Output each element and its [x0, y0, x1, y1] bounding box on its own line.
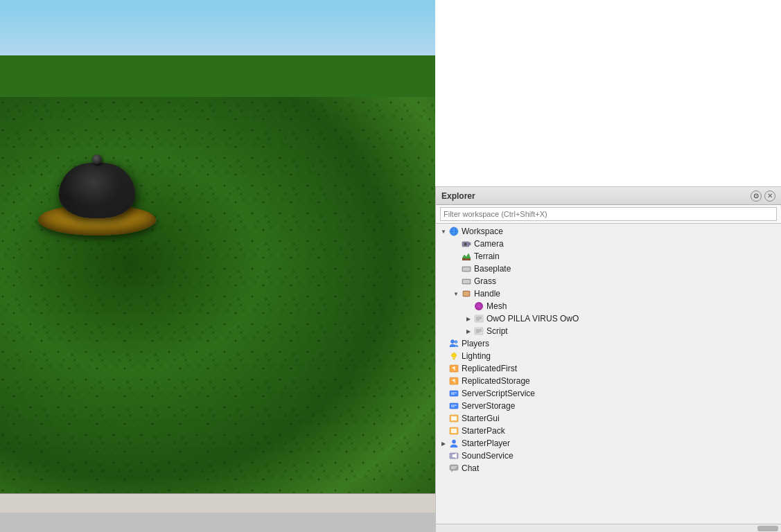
serverstorage-expand-arrow	[439, 401, 448, 411]
replicatedfirst-label: ReplicatedFirst	[462, 364, 517, 373]
svg-rect-49	[450, 465, 458, 470]
starterplayer-icon	[448, 438, 459, 449]
tree-item-baseplate[interactable]: Baseplate	[436, 263, 781, 275]
tree-item-mesh[interactable]: Mesh	[436, 300, 781, 312]
handle-icon	[461, 288, 472, 299]
terrain-label: Terrain	[474, 251, 500, 261]
replicatedstorage-label: ReplicatedStorage	[462, 376, 530, 386]
svg-line-30	[452, 353, 453, 354]
tree-item-chat[interactable]: Chat	[436, 462, 781, 475]
script-label: Script	[486, 326, 508, 336]
svg-marker-6	[469, 242, 471, 245]
tree-item-script[interactable]: Script	[436, 325, 781, 337]
chat-icon	[448, 463, 459, 474]
camera-expand-arrow	[451, 239, 461, 249]
serverscriptservice-icon	[448, 388, 459, 399]
terrain-expand-arrow	[451, 251, 461, 261]
svg-point-47	[453, 440, 456, 443]
bottom-scrollbar[interactable]	[436, 524, 781, 532]
lighting-icon	[448, 351, 459, 362]
svg-line-31	[456, 357, 457, 358]
close-button[interactable]: ✕	[764, 190, 775, 202]
explorer-controls: ⊙ ✕	[751, 190, 775, 202]
starterplayer-label: StarterPlayer	[462, 438, 510, 448]
viewport[interactable]	[0, 0, 435, 513]
close-icon: ✕	[767, 192, 773, 200]
grass-label: Grass	[474, 276, 496, 286]
replicatedstorage-expand-arrow	[439, 376, 448, 386]
explorer-title: Explorer	[441, 191, 475, 201]
grass-expand-arrow	[451, 276, 461, 286]
replicatedfirst-icon	[448, 363, 459, 374]
tree-item-startergui[interactable]: StarterGui	[436, 412, 781, 425]
mesh-icon	[473, 301, 484, 312]
tree-item-serverscriptservice[interactable]: ServerScriptService	[436, 387, 781, 400]
svg-point-8	[465, 244, 466, 245]
tree-item-lighting[interactable]: Lighting	[436, 350, 781, 362]
chat-expand-arrow	[439, 463, 448, 473]
workspace-label: Workspace	[462, 227, 503, 236]
serverstorage-icon	[448, 400, 459, 411]
players-label: Players	[462, 339, 489, 348]
svg-rect-10	[463, 267, 470, 271]
svg-point-25	[452, 353, 456, 357]
baseplate-expand-arrow	[451, 264, 461, 274]
mesh-label: Mesh	[486, 301, 507, 311]
pin-button[interactable]: ⊙	[751, 190, 762, 202]
tree-item-replicatedfirst[interactable]: ReplicatedFirst	[436, 362, 781, 375]
baseplate-icon	[461, 263, 472, 274]
svg-rect-46	[451, 429, 457, 433]
svg-rect-37	[450, 391, 458, 396]
starterpack-label: StarterPack	[462, 426, 505, 436]
tree-item-terrain[interactable]: Terrain	[436, 250, 781, 263]
camera-icon	[461, 238, 472, 249]
players-expand-arrow	[439, 339, 448, 348]
startergui-icon	[448, 413, 459, 424]
svg-rect-40	[450, 403, 458, 409]
properties-area	[435, 0, 781, 187]
owopilla-expand-arrow[interactable]	[464, 314, 473, 323]
tree-item-starterpack[interactable]: StarterPack	[436, 425, 781, 437]
search-input[interactable]	[440, 207, 777, 221]
workspace-icon	[448, 226, 459, 237]
tree-item-grass[interactable]: Grass	[436, 275, 781, 287]
serverscriptservice-label: ServerScriptService	[462, 389, 535, 398]
tree-item-starterplayer[interactable]: StarterPlayer	[436, 437, 781, 450]
svg-rect-14	[464, 292, 469, 296]
hat-object	[38, 159, 156, 242]
hat-dome	[59, 163, 135, 218]
explorer-panel: Explorer ⊙ ✕	[435, 187, 781, 532]
grass-icon	[461, 276, 472, 287]
tree-item-workspace[interactable]: Workspace	[436, 225, 781, 238]
tree-item-soundservice[interactable]: SoundService	[436, 450, 781, 462]
script-icon	[473, 326, 484, 337]
starterpack-icon	[448, 425, 459, 436]
serverscriptservice-expand-arrow	[439, 389, 448, 398]
search-bar	[436, 205, 781, 224]
baseplate-label: Baseplate	[474, 264, 511, 274]
svg-point-23	[451, 340, 455, 344]
tree-item-camera[interactable]: Camera	[436, 238, 781, 250]
lighting-label: Lighting	[462, 351, 491, 361]
replicatedstorage-icon	[448, 375, 459, 387]
terrain-icon	[461, 251, 472, 262]
tree-item-replicatedstorage[interactable]: ReplicatedStorage	[436, 375, 781, 387]
camera-label: Camera	[474, 239, 504, 249]
starterplayer-expand-arrow[interactable]	[439, 438, 448, 448]
tree-item-serverstorage[interactable]: ServerStorage	[436, 400, 781, 412]
mesh-expand-arrow	[464, 301, 473, 311]
svg-rect-12	[463, 280, 470, 283]
hat-knob	[92, 154, 102, 164]
tree-item-handle[interactable]: Handle	[436, 287, 781, 300]
players-icon	[448, 338, 459, 349]
chat-label: Chat	[462, 463, 479, 473]
tree-item-owopilla[interactable]: OwO PILLA VIRUS OwO	[436, 312, 781, 325]
handle-expand-arrow[interactable]	[451, 289, 461, 299]
soundservice-expand-arrow	[439, 451, 448, 461]
script-expand-arrow[interactable]	[464, 326, 473, 336]
owopilla-icon	[473, 313, 484, 324]
tree-item-players[interactable]: Players	[436, 337, 781, 350]
workspace-expand-arrow[interactable]	[439, 227, 448, 236]
soundservice-icon	[448, 450, 459, 461]
tree-container[interactable]: Workspace Camera	[436, 224, 781, 524]
